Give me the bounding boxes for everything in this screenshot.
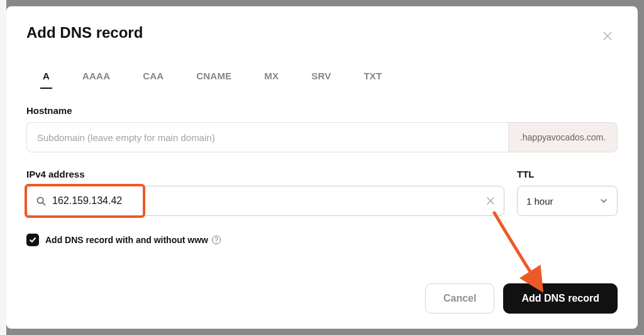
checkmark-icon: [29, 236, 36, 244]
tab-caa[interactable]: CAA: [140, 68, 166, 89]
ipv4-field: IPv4 address: [26, 169, 504, 216]
hostname-label: Hostname: [26, 105, 618, 116]
search-icon: [36, 196, 46, 206]
hostname-field: Hostname .happyavocados.com.: [26, 105, 618, 152]
ttl-value: 1 hour: [526, 196, 553, 207]
tab-cname[interactable]: CNAME: [194, 68, 234, 89]
ttl-field: TTL 1 hour: [517, 169, 618, 216]
close-button[interactable]: [597, 28, 618, 45]
tab-mx[interactable]: MX: [262, 68, 281, 89]
cancel-button[interactable]: Cancel: [425, 283, 494, 314]
record-type-tabs: A AAAA CAA CNAME MX SRV TXT: [26, 68, 618, 89]
ttl-select[interactable]: 1 hour: [517, 186, 618, 216]
www-checkbox-row: Add DNS record with and without www ?: [26, 234, 618, 246]
add-dns-record-modal: Add DNS record A AAAA CAA CNAME MX SRV T…: [6, 6, 638, 329]
chevron-down-icon: [599, 196, 608, 205]
domain-suffix: .happyavocados.com.: [508, 122, 618, 152]
submit-button[interactable]: Add DNS record: [503, 283, 618, 314]
clear-icon: [487, 197, 494, 205]
www-checkbox-text: Add DNS record with and without www: [45, 235, 208, 245]
modal-title: Add DNS record: [26, 24, 143, 42]
ttl-label: TTL: [517, 169, 618, 179]
ipv4-label: IPv4 address: [26, 169, 504, 179]
clear-input-button[interactable]: [484, 192, 497, 210]
svg-line-1: [43, 202, 45, 205]
tab-a[interactable]: A: [40, 68, 52, 89]
hostname-input[interactable]: [26, 122, 508, 152]
www-checkbox-label: Add DNS record with and without www ?: [45, 235, 221, 245]
tab-aaaa[interactable]: AAAA: [80, 68, 113, 89]
tab-txt[interactable]: TXT: [361, 68, 384, 89]
background-app-slice: [0, 0, 6, 335]
help-icon[interactable]: ?: [212, 236, 221, 244]
modal-footer: Cancel Add DNS record: [26, 271, 618, 314]
www-checkbox[interactable]: [26, 234, 39, 246]
modal-header: Add DNS record: [26, 24, 618, 45]
tab-srv[interactable]: SRV: [309, 68, 333, 89]
ipv4-input[interactable]: [52, 195, 484, 207]
close-icon: [602, 31, 613, 41]
